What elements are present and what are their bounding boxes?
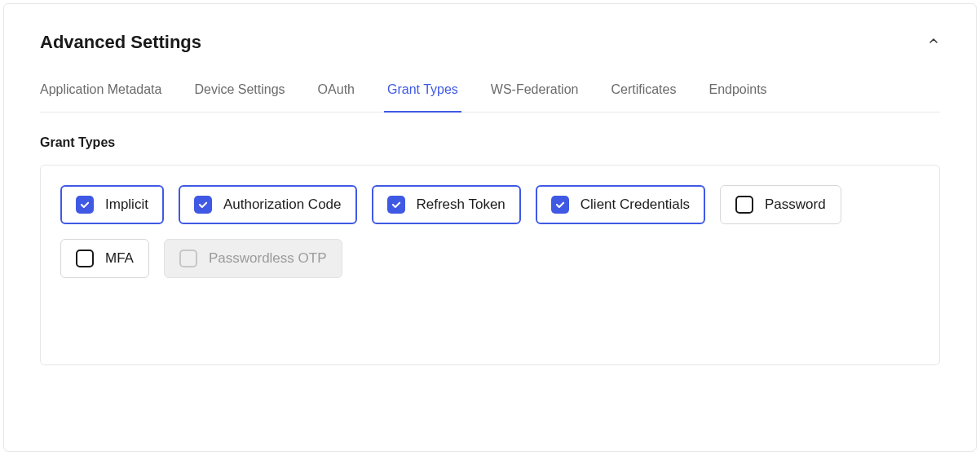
tab-endpoints[interactable]: Endpoints: [709, 82, 766, 112]
tab-device-settings[interactable]: Device Settings: [194, 82, 285, 112]
grant-type-client-credentials[interactable]: Client Credentials: [536, 185, 705, 224]
tab-ws-federation[interactable]: WS-Federation: [491, 82, 579, 112]
grant-type-label: MFA: [105, 250, 134, 267]
grant-type-mfa[interactable]: MFA: [60, 239, 149, 278]
page-title: Advanced Settings: [40, 32, 201, 53]
grant-type-label: Refresh Token: [417, 197, 505, 213]
checkbox-checked-icon: [76, 196, 94, 214]
checkbox-checked-icon: [551, 196, 569, 214]
grant-type-label: Implicit: [105, 197, 148, 213]
checkbox-checked-icon: [194, 196, 212, 214]
advanced-settings-card: Advanced Settings Application Metadata D…: [3, 3, 977, 452]
section-label: Grant Types: [40, 135, 940, 150]
tab-oauth[interactable]: OAuth: [318, 82, 355, 112]
chevron-up-icon: [927, 34, 940, 47]
tabs-nav: Application Metadata Device Settings OAu…: [40, 82, 940, 113]
grant-type-label: Authorization Code: [223, 197, 342, 213]
tab-application-metadata[interactable]: Application Metadata: [40, 82, 161, 112]
checkbox-unchecked-icon: [76, 250, 94, 267]
checkbox-unchecked-icon: [735, 196, 753, 214]
grant-type-implicit[interactable]: Implicit: [60, 185, 164, 224]
grant-type-label: Client Credentials: [580, 197, 690, 213]
grant-type-refresh-token[interactable]: Refresh Token: [372, 185, 521, 224]
grant-type-authorization-code[interactable]: Authorization Code: [179, 185, 357, 224]
collapse-toggle[interactable]: [927, 34, 940, 51]
checkbox-disabled-icon: [179, 250, 197, 267]
grant-type-passwordless-otp: Passwordless OTP: [164, 239, 342, 278]
tab-grant-types[interactable]: Grant Types: [387, 82, 458, 112]
grant-type-password[interactable]: Password: [720, 185, 841, 224]
tab-certificates[interactable]: Certificates: [611, 82, 676, 112]
grant-type-label: Password: [765, 197, 826, 213]
checkbox-checked-icon: [387, 196, 405, 214]
grant-types-options: Implicit Authorization Code Refresh Toke…: [40, 165, 940, 365]
grant-type-label: Passwordless OTP: [209, 250, 327, 267]
section-header: Advanced Settings: [40, 32, 940, 53]
